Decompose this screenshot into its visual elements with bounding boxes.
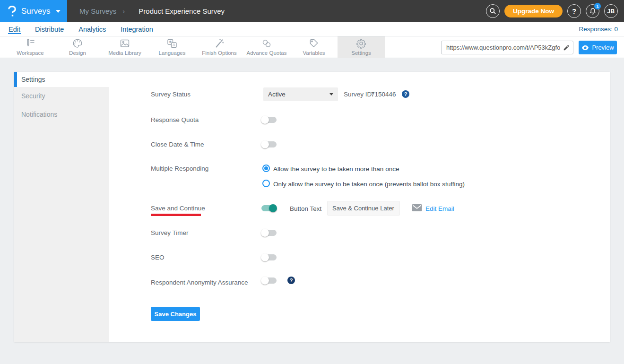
- survey-url-field: [441, 41, 573, 54]
- survey-id-value: 7150446: [371, 91, 396, 98]
- toolbar-item-settings[interactable]: Settings: [338, 36, 385, 58]
- radio-allow-once-label: Only allow the survey to be taken once (…: [273, 181, 465, 188]
- settings-sidebar: Settings Security Notifications: [14, 72, 109, 342]
- email-envelope-icon[interactable]: [412, 204, 422, 214]
- caret-down-icon: [329, 93, 333, 95]
- tab-integration[interactable]: Integration: [121, 22, 153, 36]
- survey-status-dropdown[interactable]: Active: [263, 87, 338, 101]
- breadcrumb-separator: ›: [122, 7, 125, 15]
- header-actions: Upgrade Now ? 1 JB: [486, 0, 618, 22]
- edit-toolbar: Workspace Design Media Library ★: [0, 36, 624, 58]
- settings-gear-icon: [355, 38, 367, 49]
- edit-email-link[interactable]: Edit Email: [425, 205, 454, 212]
- upgrade-now-button[interactable]: Upgrade Now: [504, 5, 563, 17]
- search-button[interactable]: [486, 4, 500, 18]
- question-mark-icon: ?: [572, 7, 576, 15]
- breadcrumb-my-surveys[interactable]: My Surveys: [79, 7, 116, 15]
- highlight-underline: [151, 214, 201, 216]
- tab-analytics[interactable]: Analytics: [78, 22, 106, 36]
- form-divider: [151, 299, 566, 299]
- sidebar-item-settings[interactable]: Settings: [14, 72, 109, 87]
- active-indicator-bar: [14, 72, 17, 87]
- toolbar-item-variables[interactable]: Variables: [290, 36, 338, 58]
- close-date-time-label: Close Date & Time: [151, 141, 204, 148]
- questionpro-logo-icon: [8, 5, 17, 17]
- search-icon: [489, 8, 496, 15]
- product-switcher[interactable]: Surveys: [0, 0, 67, 22]
- radio-allow-multiple-label: Allow the survey to be taken more than o…: [273, 165, 399, 173]
- settings-card: Settings Security Notifications Survey S…: [14, 72, 610, 342]
- survey-status-value: Active: [268, 91, 286, 98]
- toolbar-item-design[interactable]: Design: [54, 36, 101, 58]
- button-text-label: Button Text: [290, 205, 321, 212]
- media-library-icon: [119, 38, 131, 49]
- top-header: Surveys My Surveys › Product Experience …: [0, 0, 624, 22]
- response-quota-toggle[interactable]: [261, 116, 277, 124]
- survey-timer-toggle[interactable]: [261, 229, 277, 237]
- svg-text:A: A: [173, 43, 175, 47]
- toolbar-item-media-library[interactable]: Media Library: [101, 36, 148, 58]
- toolbar-item-finish-options[interactable]: Finish Options: [196, 36, 243, 58]
- save-and-continue-toggle[interactable]: [261, 204, 277, 212]
- response-quota-label: Response Quota: [151, 116, 199, 123]
- save-changes-button[interactable]: Save Changes: [151, 307, 200, 321]
- respondent-anonymity-toggle[interactable]: [261, 277, 277, 285]
- variables-tag-icon: [308, 38, 320, 49]
- radio-allow-multiple[interactable]: [262, 165, 270, 172]
- toolbar-item-workspace[interactable]: Workspace: [7, 36, 54, 58]
- seo-toggle[interactable]: [261, 253, 277, 261]
- seo-label: SEO: [151, 254, 165, 261]
- eye-icon: [581, 45, 589, 51]
- finish-options-wand-icon: [213, 38, 225, 49]
- survey-id-label: Survey ID:: [344, 91, 373, 98]
- section-tabs: Edit Distribute Analytics Integration Re…: [0, 22, 624, 36]
- survey-timer-label: Survey Timer: [151, 229, 189, 236]
- product-name: Surveys: [21, 7, 50, 16]
- survey-url-input[interactable]: [442, 41, 573, 54]
- user-avatar[interactable]: JB: [604, 4, 618, 18]
- respondent-anonymity-label: Respondent Anonymity Assurance: [151, 279, 248, 286]
- breadcrumb: My Surveys › Product Experience Survey: [79, 0, 225, 22]
- multiple-responding-label: Multiple Responding: [151, 165, 208, 172]
- tab-edit[interactable]: Edit: [9, 22, 20, 36]
- toolbar-item-advance-quotas[interactable]: Advance Quotas: [243, 36, 290, 58]
- save-and-continue-label: Save and Continue: [151, 205, 205, 212]
- close-date-time-toggle[interactable]: [261, 140, 277, 148]
- advance-quotas-links-icon: [260, 38, 273, 49]
- survey-id-help-icon[interactable]: ?: [402, 90, 409, 98]
- toolbar-item-languages[interactable]: ★ A Languages: [148, 36, 196, 58]
- survey-status-label: Survey Status: [151, 91, 191, 98]
- preview-button[interactable]: Preview: [579, 41, 617, 54]
- button-text-input[interactable]: [327, 201, 400, 216]
- respondent-anonymity-help-icon[interactable]: ?: [287, 277, 295, 284]
- design-palette-icon: [71, 38, 84, 49]
- notification-badge: 1: [594, 3, 601, 9]
- responses-count: Responses: 0: [579, 26, 618, 33]
- caret-down-icon: [56, 10, 61, 13]
- tab-distribute[interactable]: Distribute: [35, 22, 64, 36]
- notifications-button[interactable]: 1: [586, 4, 599, 18]
- sidebar-item-security[interactable]: Security: [14, 87, 109, 105]
- help-button[interactable]: ?: [567, 4, 581, 18]
- workspace-icon: [24, 38, 36, 49]
- languages-icon: ★ A: [166, 38, 178, 49]
- page-title: Product Experience Survey: [139, 7, 225, 15]
- radio-allow-once[interactable]: [262, 180, 270, 187]
- sidebar-item-notifications[interactable]: Notifications: [14, 105, 109, 124]
- edit-url-pencil-icon[interactable]: [563, 44, 570, 53]
